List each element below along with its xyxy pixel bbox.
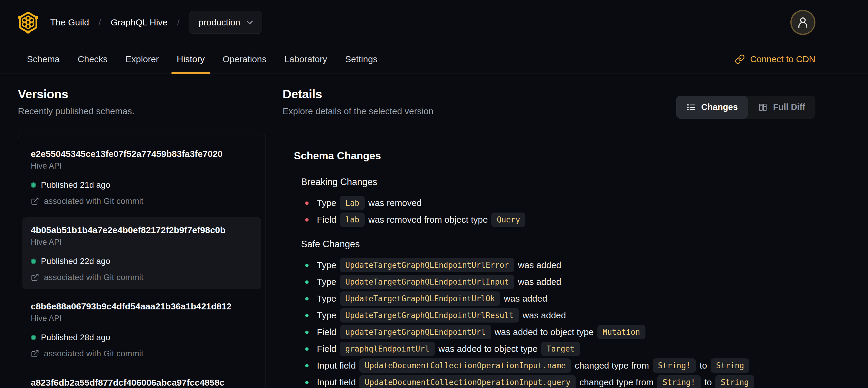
versions-title: Versions	[18, 87, 266, 101]
tab-settings[interactable]: Settings	[336, 45, 386, 73]
change-code-chip: UpdateDocumentCollectionOperationInput.n…	[359, 358, 571, 373]
version-list-item[interactable]: c8b6e88a06793b9c4dfd54aaa21b36a1b421d812…	[22, 294, 261, 365]
breaking-changes-list: Type Lab was removedField lab was remove…	[305, 195, 815, 228]
breadcrumb-separator: /	[99, 17, 101, 28]
breadcrumb-project[interactable]: GraphQL Hive	[111, 17, 167, 28]
version-hash: a823f6db2a55df877dcf406006abca97fcc4858c	[31, 377, 253, 388]
change-code-chip: String!	[657, 375, 701, 388]
version-git-label: associated with Git commit	[44, 349, 143, 358]
change-text: was added	[504, 294, 547, 304]
user-avatar-button[interactable]	[790, 10, 815, 35]
schema-change-item: Type UpdateTargetGraphQLEndpointUrlError…	[305, 257, 815, 273]
change-text: Type	[317, 260, 336, 270]
tab-history[interactable]: History	[168, 45, 214, 73]
safe-bullet-icon	[305, 264, 309, 267]
change-text: was added	[518, 260, 561, 270]
change-code-chip: String	[711, 358, 749, 373]
change-text: was added to object type	[438, 344, 538, 354]
hive-logo-icon[interactable]	[18, 11, 38, 33]
published-dot-icon	[31, 335, 36, 340]
external-link-icon	[31, 197, 39, 205]
version-service: Hive API	[31, 314, 253, 323]
tab-laboratory[interactable]: Laboratory	[275, 45, 336, 73]
tab-operations[interactable]: Operations	[214, 45, 275, 73]
breadcrumb-separator: /	[177, 17, 180, 28]
change-text: changed type from	[580, 377, 654, 387]
change-code-chip: Lab	[340, 196, 365, 210]
version-status: Published 22d ago	[31, 257, 253, 266]
breaking-changes-title: Breaking Changes	[301, 177, 815, 187]
chain-link-icon	[735, 54, 745, 64]
change-text: Field	[317, 344, 336, 354]
schema-change-item: Field graphqlEndpointUrl was added to ob…	[305, 341, 815, 357]
split-columns-icon	[758, 102, 768, 112]
version-git-link[interactable]: associated with Git commit	[31, 349, 253, 358]
version-status: Published 28d ago	[31, 333, 253, 342]
main-content: Versions Recently published schemas. e2e…	[0, 74, 868, 388]
change-code-chip: Mutation	[597, 325, 646, 339]
tab-explorer[interactable]: Explorer	[117, 45, 168, 73]
safe-changes-list: Type UpdateTargetGraphQLEndpointUrlError…	[305, 257, 815, 388]
change-code-chip: lab	[340, 212, 365, 227]
change-text: to	[700, 360, 707, 371]
changes-view-label: Changes	[701, 102, 738, 112]
version-list-item[interactable]: e2e55045345ce13fe07f52a77459b83fa3fe7020…	[22, 141, 261, 213]
breaking-changes-group: Breaking ChangesType Lab was removedFiel…	[294, 177, 815, 228]
tab-bar: SchemaChecksExplorerHistoryOperationsLab…	[0, 45, 868, 74]
version-list-item[interactable]: 4b05ab51b1b4a7e2e4b0ef82172f2b9f7ef98c0b…	[22, 217, 261, 289]
version-git-label: associated with Git commit	[44, 273, 143, 282]
tab-checks[interactable]: Checks	[69, 45, 117, 73]
version-list-item[interactable]: a823f6db2a55df877dcf406006abca97fcc4858c…	[22, 370, 261, 388]
safe-bullet-icon	[305, 364, 309, 367]
change-text: was added	[523, 310, 566, 321]
schema-change-item: Input field UpdateDocumentCollectionOper…	[305, 375, 815, 388]
version-service: Hive API	[31, 161, 253, 171]
version-git-link[interactable]: associated with Git commit	[31, 197, 253, 206]
schema-change-item: Type Lab was removed	[305, 195, 815, 211]
details-panel: Details Explore details of the selected …	[283, 87, 815, 388]
change-text: was added	[518, 277, 561, 287]
version-git-link[interactable]: associated with Git commit	[31, 273, 253, 282]
chevron-down-icon	[246, 20, 253, 25]
version-status: Published 21d ago	[31, 180, 253, 190]
versions-panel: Versions Recently published schemas. e2e…	[18, 87, 266, 388]
changes-view-button[interactable]: Changes	[676, 96, 748, 119]
external-link-icon	[31, 350, 39, 358]
connect-to-cdn-label: Connect to CDN	[750, 54, 815, 64]
target-selector-button[interactable]: production	[189, 11, 262, 34]
published-dot-icon	[31, 182, 36, 188]
change-text: was removed from object type	[368, 215, 488, 225]
app-header: The Guild / GraphQL Hive / production	[0, 0, 868, 45]
full-diff-view-label: Full Diff	[773, 102, 805, 112]
details-subtitle: Explore details of the selected version	[283, 106, 433, 116]
tab-schema[interactable]: Schema	[18, 45, 69, 73]
safe-bullet-icon	[305, 314, 309, 317]
change-text: Type	[317, 310, 336, 321]
change-text: Type	[317, 294, 336, 304]
change-text: was added to object type	[495, 327, 594, 337]
schema-change-item: Field lab was removed from object type Q…	[305, 212, 815, 228]
change-text: Field	[317, 215, 336, 225]
published-dot-icon	[31, 259, 36, 264]
safe-bullet-icon	[305, 381, 309, 384]
change-code-chip: graphqlEndpointUrl	[340, 342, 435, 356]
change-text: to	[704, 377, 712, 387]
change-code-chip: updateTargetGraphQLEndpointUrl	[340, 325, 491, 339]
schema-change-item: Type UpdateTargetGraphQLEndpointUrlResul…	[305, 307, 815, 323]
change-text: Field	[317, 327, 336, 337]
breadcrumb-org[interactable]: The Guild	[50, 17, 89, 28]
details-title: Details	[283, 87, 433, 101]
version-service: Hive API	[31, 238, 253, 247]
connect-to-cdn-link[interactable]: Connect to CDN	[735, 45, 815, 73]
change-code-chip: String!	[653, 358, 696, 373]
breaking-bullet-icon	[305, 202, 309, 205]
change-code-chip: UpdateTargetGraphQLEndpointUrlInput	[340, 275, 514, 289]
version-hash: e2e55045345ce13fe07f52a77459b83fa3fe7020	[31, 148, 253, 160]
full-diff-view-button[interactable]: Full Diff	[748, 96, 815, 119]
version-hash: 4b05ab51b1b4a7e2e4b0ef82172f2b9f7ef98c0b	[31, 225, 253, 236]
view-toggle: Changes Full Diff	[676, 96, 815, 119]
change-text: Input field	[317, 360, 356, 371]
schema-change-item: Input field UpdateDocumentCollectionOper…	[305, 358, 815, 374]
version-published-text: Published 22d ago	[41, 257, 110, 266]
change-code-chip: UpdateTargetGraphQLEndpointUrlResult	[340, 308, 519, 323]
